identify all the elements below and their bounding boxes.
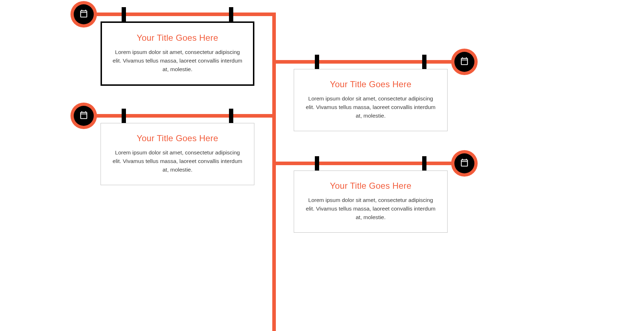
timeline-card: Your Title Goes Here Lorem ipsum dolor s…	[294, 171, 448, 233]
card-title: Your Title Goes Here	[304, 181, 437, 191]
timeline-card: Your Title Goes Here Lorem ipsum dolor s…	[101, 21, 254, 86]
connector-line	[84, 13, 276, 16]
calendar-icon	[460, 158, 469, 169]
timeline-badge	[70, 103, 97, 129]
card-title: Your Title Goes Here	[112, 33, 243, 43]
timeline-badge	[451, 150, 478, 177]
card-title: Your Title Goes Here	[304, 79, 437, 89]
card-body: Lorem ipsum dolor sit amet, consectetur …	[112, 48, 243, 74]
card-body: Lorem ipsum dolor sit amet, consectetur …	[304, 94, 437, 120]
connector-line	[84, 114, 276, 118]
calendar-icon	[79, 9, 88, 20]
timeline-card: Your Title Goes Here Lorem ipsum dolor s…	[294, 69, 448, 131]
timeline-card: Your Title Goes Here Lorem ipsum dolor s…	[101, 123, 254, 185]
timeline-badge	[451, 49, 478, 75]
card-body: Lorem ipsum dolor sit amet, consectetur …	[304, 196, 437, 222]
calendar-icon	[460, 56, 469, 67]
connector-line	[272, 60, 464, 64]
timeline-badge	[70, 1, 97, 28]
calendar-icon	[79, 110, 88, 121]
card-body: Lorem ipsum dolor sit amet, consectetur …	[111, 148, 244, 174]
card-title: Your Title Goes Here	[111, 133, 244, 143]
connector-line	[272, 162, 464, 165]
